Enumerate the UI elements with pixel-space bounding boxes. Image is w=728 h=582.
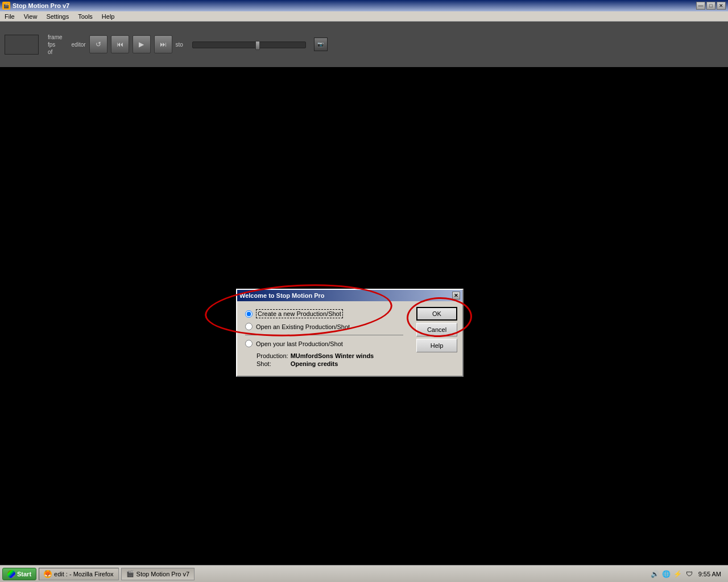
- frame-label: frame: [48, 34, 63, 40]
- option3-label[interactable]: Open your last Production/Shot: [256, 340, 343, 347]
- maximize-button[interactable]: □: [706, 2, 715, 10]
- dialog-title: Welcome to Stop Motion Pro: [239, 292, 325, 299]
- toolbar-controls: frame fps of: [48, 34, 63, 55]
- taskbar-firefox-label: edit : - Mozilla Firefox: [54, 571, 114, 577]
- rewind-button[interactable]: ↺: [89, 35, 107, 53]
- play-button[interactable]: ▶: [133, 35, 151, 53]
- minimize-button[interactable]: —: [696, 2, 705, 10]
- stopmotion-icon: 🎬: [126, 570, 134, 578]
- shot-label: Shot:: [257, 360, 291, 368]
- systray-icon-4: 🛡: [685, 569, 694, 579]
- dialog-title-bar: Welcome to Stop Motion Pro ✕: [237, 290, 462, 301]
- menu-bar: File View Settings Tools Help: [0, 11, 728, 22]
- of-row: of: [48, 49, 63, 55]
- title-bar-left: 🎬 Stop Motion Pro v7: [2, 2, 69, 10]
- option2-label[interactable]: Open an Existing Production/Shot: [256, 323, 350, 330]
- toolbar: frame fps of editor ↺ ⏮ ▶ ⏭ sto 📷: [0, 22, 728, 67]
- window-title: Stop Motion Pro v7: [13, 2, 69, 9]
- dialog-close-button[interactable]: ✕: [452, 292, 460, 300]
- production-info: Production: MUmfordSons Winter winds Sho…: [257, 352, 403, 368]
- ok-button[interactable]: OK: [416, 307, 457, 321]
- dialog-right: OK Cancel Help: [411, 301, 462, 376]
- camera-button[interactable]: 📷: [314, 38, 328, 51]
- taskbar-stopmotion[interactable]: 🎬 Stop Motion Pro v7: [121, 568, 195, 580]
- fps-row: fps: [48, 41, 63, 48]
- next-frame-button[interactable]: ⏭: [154, 35, 172, 53]
- dialog-body: Create a new Production/Shot Open an Exi…: [237, 301, 462, 376]
- menu-view[interactable]: View: [19, 13, 42, 20]
- fps-label: fps: [48, 41, 55, 48]
- option1-radio[interactable]: [245, 310, 253, 318]
- dialog-left: Create a new Production/Shot Open an Exi…: [237, 301, 411, 376]
- stop-label: sto: [176, 41, 183, 48]
- cancel-button[interactable]: Cancel: [416, 323, 457, 336]
- menu-help[interactable]: Help: [97, 13, 119, 20]
- taskbar-stopmotion-label: Stop Motion Pro v7: [136, 571, 190, 577]
- option2-row: Open an Existing Production/Shot: [245, 323, 403, 330]
- menu-file[interactable]: File: [0, 13, 19, 20]
- prev-frame-button[interactable]: ⏮: [111, 35, 129, 53]
- firefox-icon: 🦊: [44, 570, 52, 578]
- main-area: Welcome to Stop Motion Pro ✕ Create a ne…: [0, 67, 728, 565]
- app-icon: 🎬: [2, 2, 10, 10]
- production-value: MUmfordSons Winter winds: [291, 352, 377, 360]
- timeline-slider[interactable]: [192, 41, 306, 48]
- taskbar-right: 🔊 🌐 ⚡ 🛡 9:55 AM: [651, 569, 726, 579]
- option3-radio[interactable]: [245, 340, 253, 347]
- systray-icon-3: ⚡: [673, 569, 682, 579]
- systray-icon-2: 🌐: [662, 569, 671, 579]
- help-button[interactable]: Help: [416, 339, 457, 352]
- of-label: of: [48, 49, 52, 55]
- option1-label[interactable]: Create a new Production/Shot: [256, 309, 343, 318]
- start-label: Start: [17, 571, 31, 577]
- welcome-dialog: Welcome to Stop Motion Pro ✕ Create a ne…: [236, 289, 464, 377]
- systray-icon-1: 🔊: [651, 569, 660, 579]
- thumbnail-strip: [5, 35, 39, 55]
- divider: [245, 335, 403, 335]
- clock: 9:55 AM: [696, 571, 723, 577]
- shot-value: Opening credits: [291, 360, 377, 368]
- close-button[interactable]: ✕: [717, 2, 726, 10]
- start-icon: [7, 570, 15, 578]
- option2-radio[interactable]: [245, 323, 253, 330]
- frame-row: frame: [48, 34, 63, 40]
- production-label: Production:: [257, 352, 291, 360]
- option1-row: Create a new Production/Shot: [245, 309, 403, 318]
- option3-row: Open your last Production/Shot: [245, 340, 403, 347]
- editor-label: editor: [72, 41, 86, 48]
- taskbar: Start 🦊 edit : - Mozilla Firefox 🎬 Stop …: [0, 565, 728, 582]
- slider-thumb: [255, 41, 260, 50]
- title-bar-buttons: — □ ✕: [696, 2, 726, 10]
- menu-tools[interactable]: Tools: [73, 13, 97, 20]
- taskbar-firefox[interactable]: 🦊 edit : - Mozilla Firefox: [39, 568, 119, 580]
- start-button[interactable]: Start: [2, 568, 36, 580]
- title-bar: 🎬 Stop Motion Pro v7 — □ ✕: [0, 0, 728, 11]
- menu-settings[interactable]: Settings: [42, 13, 73, 20]
